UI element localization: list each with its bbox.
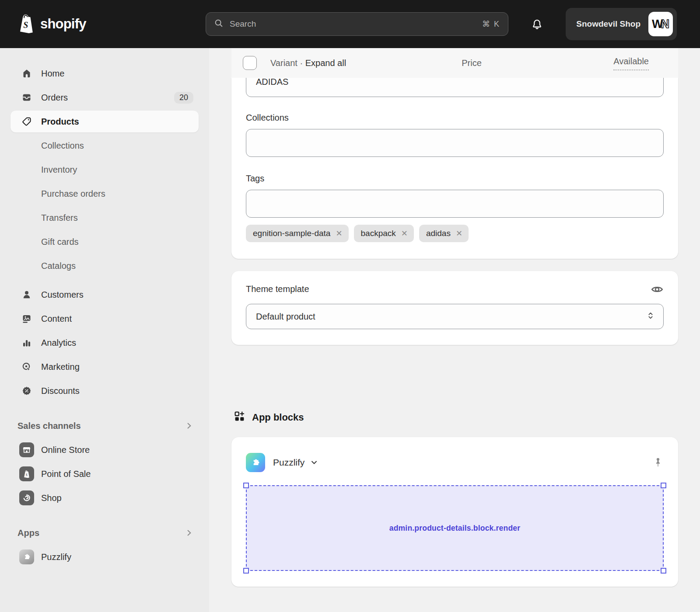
sidebar-item-products[interactable]: Products [10,111,199,132]
bell-icon [531,18,543,32]
customers-icon [21,289,32,300]
shopify-bag-icon: S [18,13,36,35]
search-shortcut: ⌘ K [482,19,500,29]
bar-chart-icon [21,337,32,348]
topbar: S shopify ⌘ K Snowdevil Shop [0,0,700,48]
marketing-target-icon [21,361,32,372]
search-icon [214,18,224,30]
sidebar-item-label: Products [41,117,79,127]
sidebar-item-label: Home [41,69,64,79]
sidebar-item-label: Orders [41,93,68,103]
sidebar-item-orders[interactable]: Orders 20 [10,87,199,108]
tag-icon [21,116,32,127]
eye-icon [651,283,664,298]
sidebar-item-catalogs[interactable]: Catalogs [10,255,199,277]
theme-template-label: Theme template [246,284,309,294]
sidebar: Home Orders 20 Products Collections [0,48,209,612]
discount-badge-icon [21,385,32,396]
price-column-header: Price [462,58,482,68]
collections-label: Collections [246,113,664,123]
remove-tag-icon[interactable]: ✕ [401,230,408,237]
select-updown-icon [646,311,655,323]
svg-text:S: S [26,473,28,477]
app-block-card: Puzzlify [231,437,678,587]
expand-all-link[interactable]: Expand all [305,58,346,68]
orders-icon [21,92,32,103]
remove-tag-icon[interactable]: ✕ [336,230,342,237]
sidebar-item-home[interactable]: Home [10,63,199,84]
main-content: Variant · Expand all Price Available ADI… [209,48,700,612]
app-blocks-header: App blocks [231,410,678,424]
global-search[interactable]: ⌘ K [206,12,508,36]
sidebar-item-gift-cards[interactable]: Gift cards [10,231,199,253]
resize-handle-bottom-left[interactable] [243,568,249,574]
sidebar-item-shop[interactable]: Shop [10,487,199,509]
sidebar-item-purchase-orders[interactable]: Purchase orders [10,183,199,205]
preview-button[interactable] [648,282,666,299]
content-icon [21,313,32,324]
select-all-checkbox[interactable] [243,56,257,70]
variant-header-title: Variant · Expand all [270,58,346,68]
tags-label: Tags [246,174,664,184]
sidebar-section-apps[interactable]: Apps [10,522,199,544]
sidebar-item-inventory[interactable]: Inventory [10,159,199,181]
sidebar-item-collections[interactable]: Collections [10,135,199,156]
app-block-render-zone[interactable]: admin.product-details.block.render [246,485,664,571]
sidebar-item-discounts[interactable]: Discounts [10,380,199,402]
chevron-down-icon[interactable] [310,458,318,467]
shop-app-icon [19,490,34,505]
theme-template-select[interactable]: Default product [246,304,664,329]
content-column: Variant · Expand all Price Available ADI… [231,48,678,587]
sidebar-item-transfers[interactable]: Transfers [10,207,199,229]
sidebar-item-marketing[interactable]: Marketing [10,356,199,378]
sidebar-item-online-store[interactable]: Online Store [10,439,199,461]
chevron-right-icon [185,421,193,430]
point-of-sale-icon: S [19,466,34,481]
orders-count-badge: 20 [174,92,193,104]
sidebar-item-content[interactable]: Content [10,308,199,330]
collections-input[interactable] [246,129,664,157]
puzzlify-app-icon [246,453,265,472]
tag-chip-list: egnition-sample-data ✕ backpack ✕ adidas… [246,225,664,242]
home-icon [21,68,32,79]
resize-handle-top-right[interactable] [661,483,666,488]
sidebar-item-point-of-sale[interactable]: S Point of Sale [10,463,199,485]
sidebar-item-customers[interactable]: Customers [10,284,199,306]
available-column-header[interactable]: Available [613,56,649,70]
online-store-icon [19,442,34,457]
chevron-right-icon [185,529,193,537]
puzzlify-app-icon-gray [19,549,34,564]
theme-template-card: Theme template Default product [231,271,678,345]
store-name: Snowdevil Shop [576,19,640,29]
resize-handle-bottom-right[interactable] [661,568,666,574]
remove-tag-icon[interactable]: ✕ [456,230,462,237]
store-switcher[interactable]: Snowdevil Shop W N [566,8,677,40]
shopify-wordmark: shopify [40,16,86,32]
sidebar-item-analytics[interactable]: Analytics [10,332,199,354]
pin-icon[interactable] [652,457,664,468]
render-target-label: admin.product-details.block.render [389,524,521,533]
shopify-admin-screen: S shopify ⌘ K Snowdevil Shop [0,0,700,612]
app-block-row: Puzzlify [246,453,664,472]
tag-chip: backpack ✕ [354,225,414,242]
sidebar-item-puzzlify[interactable]: Puzzlify [10,546,199,568]
product-organization-card: ADIDAS Collections Tags egnition-sample-… [231,78,678,259]
tag-chip: adidas ✕ [419,225,469,242]
app-blocks-icon [234,410,245,424]
shopify-logo[interactable]: S shopify [18,0,86,48]
tags-input[interactable] [246,190,664,218]
search-input[interactable] [229,19,482,29]
variant-table-header: Variant · Expand all Price Available [231,48,678,78]
notifications-button[interactable] [527,15,546,35]
resize-handle-top-left[interactable] [243,483,249,488]
tag-chip: egnition-sample-data ✕ [246,225,349,242]
store-avatar: W N [648,12,673,36]
vendor-input[interactable]: ADIDAS [246,78,664,97]
sidebar-section-sales-channels[interactable]: Sales channels [10,415,199,437]
app-block-name: Puzzlify [273,457,304,468]
svg-text:S: S [23,20,28,30]
app-blocks-title: App blocks [252,412,304,423]
